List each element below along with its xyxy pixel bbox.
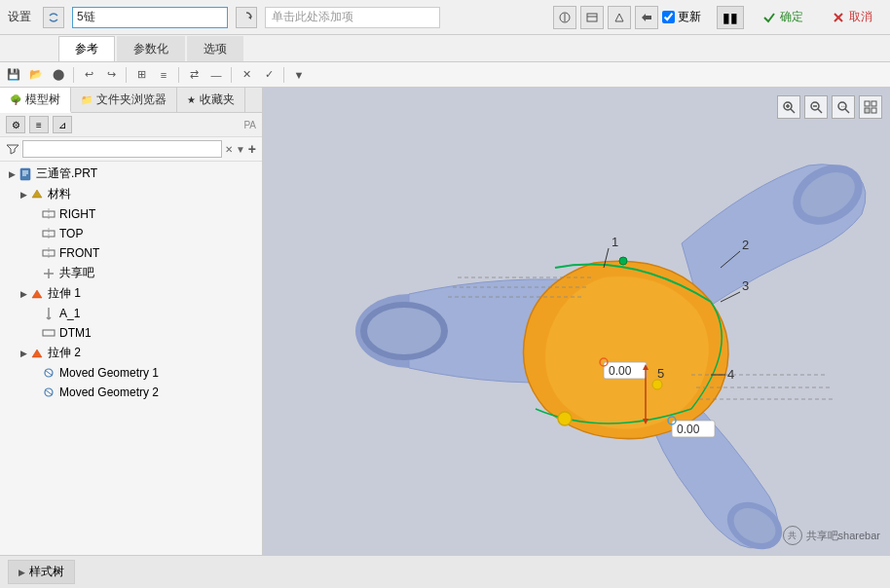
tree-item-extrude1[interactable]: ▶ 拉伸 1 bbox=[0, 283, 262, 304]
style-tree-expand-icon: ▶ bbox=[19, 568, 25, 577]
viewport[interactable]: 1 2 3 4 5 0.00 0.00 bbox=[263, 88, 890, 555]
tree-filter-btn[interactable]: ⊿ bbox=[53, 116, 72, 133]
top-toolbar: 设置 单击此处添加项 更新 ▮▮ 确定 取消 bbox=[0, 0, 890, 35]
svg-line-70 bbox=[845, 109, 849, 113]
material-icon bbox=[29, 187, 45, 202]
tree-item-root[interactable]: ▶ 三通管.PRT bbox=[0, 164, 262, 184]
svg-point-55 bbox=[652, 380, 662, 389]
st-icon-list[interactable]: ≡ bbox=[154, 65, 173, 85]
st-icon-check[interactable]: ✓ bbox=[259, 65, 278, 85]
filter-icon bbox=[6, 142, 19, 156]
search-dropdown-icon[interactable]: ▼ bbox=[236, 144, 245, 155]
chain-icon bbox=[43, 7, 64, 28]
st-icon-redo[interactable]: ↪ bbox=[101, 65, 121, 85]
zoom-fit-btn[interactable]: ↔ bbox=[832, 95, 855, 119]
chain-input[interactable] bbox=[72, 7, 228, 28]
expand-icon-gxb bbox=[29, 269, 41, 278]
svg-text:1: 1 bbox=[612, 235, 618, 249]
extrude-icon-2 bbox=[29, 346, 45, 361]
svg-text:0.00: 0.00 bbox=[677, 423, 700, 436]
tree-item-top[interactable]: TOP bbox=[0, 224, 262, 243]
tab-favorites[interactable]: ★ 收藏夹 bbox=[177, 88, 245, 112]
checkmark-icon bbox=[761, 10, 777, 25]
search-input[interactable] bbox=[22, 140, 222, 158]
tree-expand-btn[interactable]: ≡ bbox=[29, 116, 49, 133]
zoom-in-btn[interactable] bbox=[777, 95, 800, 119]
svg-rect-22 bbox=[43, 330, 55, 336]
svg-text:4: 4 bbox=[727, 367, 734, 382]
svg-rect-7 bbox=[20, 168, 30, 180]
tab-reference[interactable]: 参考 bbox=[58, 36, 115, 61]
svg-point-56 bbox=[619, 257, 627, 265]
tree-area: ▶ 三通管.PRT ▶ 材料 bbox=[0, 162, 262, 555]
pause-button[interactable]: ▮▮ bbox=[717, 6, 744, 29]
icon3[interactable] bbox=[608, 6, 631, 29]
settings-label: 设置 bbox=[8, 9, 31, 25]
style-tree-tab[interactable]: ▶ 样式树 bbox=[8, 560, 75, 584]
zoom-out-btn[interactable] bbox=[804, 95, 828, 119]
tree-item-dtm1[interactable]: DTM1 bbox=[0, 323, 262, 343]
st-icon-x[interactable]: ✕ bbox=[237, 65, 256, 85]
confirm-button[interactable]: 确定 bbox=[752, 6, 813, 28]
expand-icon-material[interactable]: ▶ bbox=[18, 190, 29, 200]
svg-text:0.00: 0.00 bbox=[609, 364, 632, 378]
cancel-button[interactable]: 取消 bbox=[821, 6, 882, 28]
left-panel: 🌳 模型树 📁 文件夹浏览器 ★ 收藏夹 ⚙ ≡ ⊿ PA ✕ ▼ + bbox=[0, 88, 263, 555]
pa-label: PA bbox=[243, 120, 256, 130]
svg-text:2: 2 bbox=[742, 238, 749, 252]
separator5 bbox=[283, 67, 284, 83]
tree-item-front[interactable]: FRONT bbox=[0, 243, 262, 263]
main-area: 🌳 模型树 📁 文件夹浏览器 ★ 收藏夹 ⚙ ≡ ⊿ PA ✕ ▼ + bbox=[0, 88, 890, 555]
tree-settings-btn[interactable]: ⚙ bbox=[6, 116, 25, 133]
icon4[interactable] bbox=[635, 6, 658, 29]
toolbar-icons: 更新 bbox=[553, 6, 701, 29]
separator1 bbox=[73, 67, 74, 83]
st-icon-save[interactable]: 💾 bbox=[4, 65, 23, 85]
st-icon-arrow[interactable]: ⇄ bbox=[184, 65, 204, 85]
moved-icon-1 bbox=[41, 365, 56, 381]
icon1[interactable] bbox=[553, 6, 576, 29]
svg-text:3: 3 bbox=[742, 278, 749, 293]
add-item-placeholder[interactable]: 单击此处添加项 bbox=[265, 7, 440, 28]
tree-item-extrude2[interactable]: ▶ 拉伸 2 bbox=[0, 343, 262, 363]
tab-file-browser[interactable]: 📁 文件夹浏览器 bbox=[71, 88, 177, 112]
svg-line-63 bbox=[791, 109, 795, 113]
tab-options[interactable]: 选项 bbox=[187, 36, 243, 61]
model-tree-icon: 🌳 bbox=[10, 94, 21, 105]
st-icon-circle[interactable]: ⬤ bbox=[49, 65, 68, 85]
update-checkbox[interactable] bbox=[662, 11, 675, 23]
plane-icon-top bbox=[41, 226, 56, 241]
search-bar: ✕ ▼ + bbox=[0, 137, 262, 162]
expand-icon-extrude1[interactable]: ▶ bbox=[18, 289, 29, 299]
add-filter-icon[interactable]: + bbox=[248, 141, 256, 157]
separator4 bbox=[231, 67, 232, 83]
tree-item-material[interactable]: ▶ 材料 bbox=[0, 184, 262, 204]
st-icon-dash[interactable]: — bbox=[206, 65, 226, 85]
svg-text:↔: ↔ bbox=[840, 103, 846, 109]
refresh-icon[interactable] bbox=[236, 7, 257, 28]
tab-model-tree[interactable]: 🌳 模型树 bbox=[0, 88, 71, 113]
tree-item-right[interactable]: RIGHT bbox=[0, 204, 262, 224]
tree-item-a1[interactable]: A_1 bbox=[0, 304, 262, 323]
svg-rect-3 bbox=[587, 14, 597, 21]
view-options-btn[interactable] bbox=[859, 95, 882, 119]
st-icon-open[interactable]: 📂 bbox=[26, 65, 46, 85]
expand-icon-root[interactable]: ▶ bbox=[6, 169, 18, 179]
expand-icon-dtm1 bbox=[29, 328, 41, 338]
watermark-icon: 共 bbox=[783, 526, 802, 545]
expand-icon-extrude2[interactable]: ▶ bbox=[18, 349, 29, 358]
expand-icon-right bbox=[29, 209, 41, 219]
st-icon-undo[interactable]: ↩ bbox=[79, 65, 98, 85]
tree-item-gongxiangba[interactable]: 共享吧 bbox=[0, 263, 262, 283]
tab-parameterize[interactable]: 参数化 bbox=[117, 36, 185, 61]
clear-icon[interactable]: ✕ bbox=[225, 144, 233, 155]
st-icon-grid[interactable]: ⊞ bbox=[131, 65, 151, 85]
plane-icon-front bbox=[41, 245, 56, 261]
svg-point-30 bbox=[367, 308, 441, 354]
st-icon-down[interactable]: ▼ bbox=[289, 65, 309, 85]
tree-item-moved1[interactable]: Moved Geometry 1 bbox=[0, 363, 262, 383]
moved-icon-2 bbox=[41, 385, 56, 400]
tree-item-moved2[interactable]: Moved Geometry 2 bbox=[0, 383, 262, 402]
icon2[interactable] bbox=[580, 6, 604, 29]
update-label: 更新 bbox=[678, 9, 701, 25]
